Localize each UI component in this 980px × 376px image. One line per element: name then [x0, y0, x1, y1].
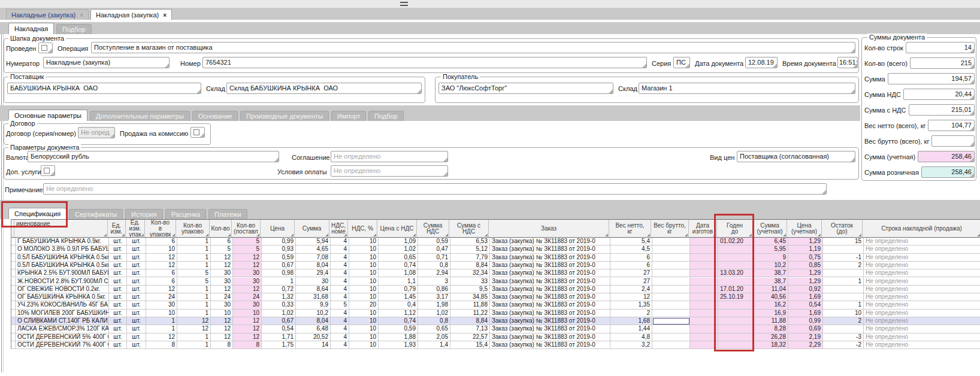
cell-vesnetto[interactable]: 12	[610, 293, 652, 301]
proveden-checkbox[interactable]	[38, 43, 53, 53]
cell-ed2[interactable]: шт.	[127, 341, 146, 349]
cell-sel[interactable]	[11, 325, 16, 333]
column-header-kpost[interactable]: Кол-во(поставл	[232, 220, 261, 237]
cell-name[interactable]: 0.5Л БАБУШКИНА КРЫНКА 0.5кг.	[16, 262, 109, 269]
cell-kup[interactable]: 1	[177, 238, 211, 245]
close-icon[interactable]: ×	[163, 12, 167, 19]
cell-summa[interactable]: 8,04	[296, 317, 331, 325]
column-header-ndsnom[interactable]: НДС,номе	[329, 220, 348, 237]
payment-field[interactable]: Не определено	[331, 165, 448, 177]
column-header-vesnetto[interactable]: Вес нетто,кг	[609, 220, 651, 237]
cell-name[interactable]: УЧ.23% КОКОС/ВАНИЛЬ 45Г БА	[16, 301, 109, 309]
column-header-ndspct[interactable]: НДС, %	[348, 220, 377, 237]
cell-ostatok[interactable]	[823, 286, 864, 293]
param-tab-2[interactable]: Основание	[192, 111, 238, 121]
cell-ndspct[interactable]: 10	[349, 269, 379, 277]
column-header-price[interactable]: Цена	[261, 220, 295, 237]
cell-summands[interactable]: 3	[418, 278, 450, 286]
cell-price[interactable]: 1,75	[262, 341, 296, 349]
table-row[interactable]: КРЫНКА 2.5% БУТ.900МЛ БАБУШшт.шт.6530300…	[11, 269, 980, 277]
cell-ndsnom[interactable]: 4	[331, 269, 349, 277]
cell-kup[interactable]: 1	[177, 254, 211, 262]
cell-summauch[interactable]: 11,88	[754, 317, 788, 325]
column-header-kvu[interactable]: Кол-вовупаковк	[145, 220, 176, 237]
view-tab-0[interactable]: Накладная	[8, 23, 54, 34]
cell-price[interactable]: 0,67	[262, 317, 296, 325]
contract-field[interactable]: Не опред	[78, 127, 115, 138]
cell-kvu[interactable]: 10	[146, 245, 177, 253]
cell-vesbrutto[interactable]	[652, 310, 690, 317]
column-header-ostatok[interactable]: Остаток(до)	[822, 220, 863, 237]
cell-cenauch[interactable]: 0,75	[788, 254, 823, 262]
cell-summa[interactable]: 5,94	[296, 238, 331, 245]
cell-vesbrutto[interactable]	[652, 245, 690, 253]
cell-ostatok[interactable]: 1	[823, 278, 864, 286]
cell-kpost[interactable]: 12	[233, 317, 262, 325]
cell-summands[interactable]: 0,8	[418, 317, 450, 325]
table-row[interactable]: ОГ СВЕЖИЕ НОВОСТИ 0.2кг.шт.шт.12112120,7…	[11, 286, 980, 293]
cell-ndspct[interactable]: 10	[349, 293, 379, 301]
cell-ostatok[interactable]: -2	[823, 341, 864, 349]
cell-price[interactable]: 1	[262, 278, 296, 286]
cell-kpost[interactable]: 12	[233, 325, 262, 333]
cell-kol[interactable]: 12	[211, 254, 233, 262]
cell-pricends[interactable]: 1,93	[379, 341, 418, 349]
supplier-sklad-field[interactable]: Склад БАБУШКИНА КРЫНКА ОАО	[226, 83, 422, 94]
cell-pricends[interactable]: 0,65	[379, 254, 418, 262]
cell-summasnds[interactable]: 9,5	[450, 286, 490, 293]
cell-ostatok[interactable]: 2	[823, 317, 864, 325]
cell-stroka[interactable]: Не определено	[864, 325, 980, 333]
cell-name[interactable]: ОСТИ ДЕРЕВЕНСКИЙ 5% 400Г С	[16, 333, 109, 341]
cell-summa[interactable]: 6,48	[296, 325, 331, 333]
cell-price[interactable]: 0,33	[262, 301, 296, 309]
cell-ed2[interactable]: шт.	[127, 262, 146, 269]
cell-kol[interactable]: 8	[211, 341, 233, 349]
cell-ostatok[interactable]	[823, 269, 864, 277]
cell-summands[interactable]: 2,94	[418, 269, 450, 277]
cell-kup[interactable]: 1	[177, 293, 211, 301]
cell-price[interactable]: 1,32	[262, 293, 296, 301]
spec-tab-4[interactable]: Платежи	[208, 209, 247, 219]
cell-ndspct[interactable]: 20	[349, 301, 379, 309]
cell-zakaz[interactable]: Заказ (закупка) № ЗК11883 от 2019-0	[490, 341, 610, 349]
agreement-field[interactable]: Не определено	[331, 151, 448, 162]
cell-summa[interactable]: 31,68	[296, 293, 331, 301]
cell-summands[interactable]: 0,71	[418, 254, 450, 262]
column-header-stroka[interactable]: Строка накладной (продажа)	[863, 220, 980, 237]
cell-summauch[interactable]: 26,28	[754, 333, 788, 341]
cell-summands[interactable]: 0,65	[418, 325, 450, 333]
cell-vesnetto[interactable]: 4,5	[610, 245, 652, 253]
cell-vesnetto[interactable]: 5,4	[610, 238, 652, 245]
column-header-summauch[interactable]: Сумма(учетная)	[753, 220, 787, 237]
table-row[interactable]: Г БАБУШКИНА КРЫНКА 0.9кг.шт.шт.61650,995…	[11, 238, 980, 245]
cell-cenauch[interactable]: 1,69	[788, 293, 823, 301]
cell-kvu[interactable]: 30	[146, 301, 177, 309]
cell-cenauch[interactable]: 2,19	[788, 333, 823, 341]
cell-sel[interactable]	[11, 238, 16, 245]
cell-name[interactable]: 10% МОГИЛЕВ 200Г БАБУШКИН	[16, 310, 109, 317]
cell-kol[interactable]: 12	[211, 317, 233, 325]
cell-name[interactable]: Г БАБУШКИНА КРЫНКА 0.9кг.	[16, 238, 109, 245]
table-row[interactable]: ОГ БАБУШКИНА КРЫНКА 0.5кг.шт.шт.24124241…	[11, 293, 980, 301]
cell-vesnetto[interactable]: 6	[610, 262, 652, 269]
cell-price[interactable]: 0,59	[262, 254, 296, 262]
spec-tab-1[interactable]: Сертификаты	[69, 209, 123, 219]
column-header-ed2[interactable]: Ед.изм.упак	[126, 220, 145, 237]
cell-summands[interactable]: 0,8	[418, 262, 450, 269]
cell-ndspct[interactable]: 10	[349, 262, 379, 269]
cell-kpost[interactable]: 30	[233, 301, 262, 309]
cell-kol[interactable]: 12	[211, 286, 233, 293]
cell-vesbrutto[interactable]	[652, 301, 690, 309]
cell-cenauch[interactable]: 1,29	[788, 238, 823, 245]
currency-field[interactable]: Белорусский рубль	[28, 151, 279, 162]
table-row[interactable]: О МОЛОКО 3.8% 0.9Л РБ БАБУШшт.шт.101550,…	[11, 245, 980, 253]
column-header-summa[interactable]: Сумма	[295, 220, 329, 237]
column-header-dataizg[interactable]: Датаизготов	[689, 220, 717, 237]
cell-ndspct[interactable]: 10	[349, 317, 379, 325]
cell-kol[interactable]: 12	[211, 333, 233, 341]
cell-ndsnom[interactable]: 4	[331, 286, 349, 293]
cell-ndspct[interactable]: 10	[349, 286, 379, 293]
doc-date-field[interactable]: 12.08.19	[745, 57, 778, 68]
cell-price[interactable]: 1,02	[262, 310, 296, 317]
cell-summands[interactable]: 1,98	[418, 301, 450, 309]
